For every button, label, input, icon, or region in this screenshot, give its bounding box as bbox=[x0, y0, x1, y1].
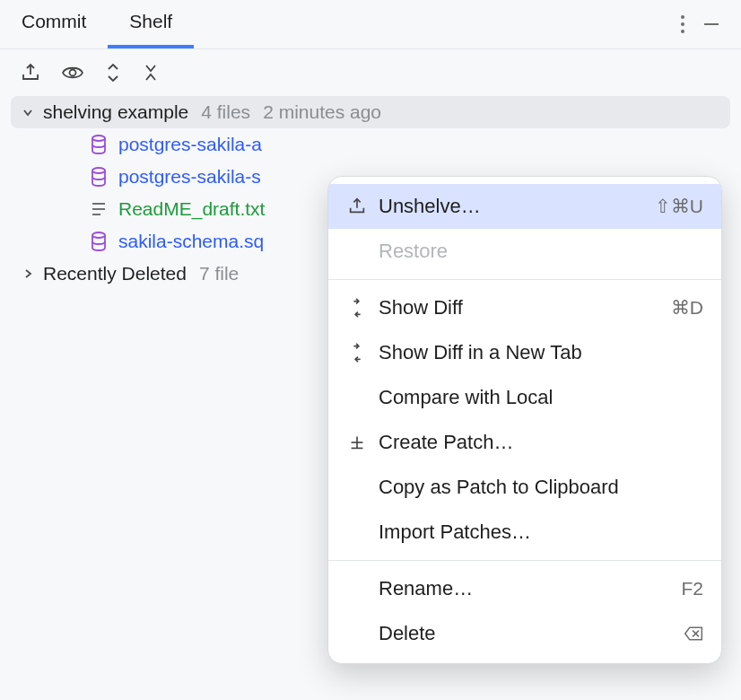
more-icon[interactable] bbox=[680, 13, 685, 35]
database-icon bbox=[90, 232, 108, 251]
database-icon bbox=[90, 167, 108, 187]
text-file-icon bbox=[90, 199, 108, 219]
expand-collapse-icon[interactable] bbox=[104, 62, 122, 83]
file-name: ReadME_draft.txt bbox=[118, 198, 265, 220]
menu-separator bbox=[328, 560, 721, 561]
delete-icon bbox=[684, 626, 703, 642]
menu-item-unshelve[interactable]: Unshelve… ⇧⌘U bbox=[328, 184, 721, 229]
shelf-group-name: shelving example bbox=[43, 101, 188, 123]
menu-separator bbox=[328, 279, 721, 280]
menu-item-show-diff-new-tab[interactable]: Show Diff in a New Tab bbox=[328, 330, 721, 375]
recently-deleted-count: 7 file bbox=[199, 263, 239, 284]
file-name: postgres-sakila-a bbox=[118, 134, 262, 155]
toolbar bbox=[0, 49, 741, 96]
recently-deleted-name: Recently Deleted bbox=[43, 263, 187, 284]
diff-icon bbox=[346, 343, 368, 363]
svg-point-6 bbox=[92, 168, 105, 173]
menu-label: Unshelve… bbox=[379, 195, 644, 218]
shelf-group-count: 4 files bbox=[201, 101, 250, 123]
svg-point-5 bbox=[92, 136, 105, 141]
menu-label: Show Diff in a New Tab bbox=[379, 341, 703, 364]
menu-item-restore: Restore bbox=[328, 229, 721, 274]
minimize-icon[interactable] bbox=[702, 14, 721, 34]
menu-item-copy-patch[interactable]: Copy as Patch to Clipboard bbox=[328, 465, 721, 510]
tab-commit-label: Commit bbox=[22, 11, 86, 31]
menu-label: Copy as Patch to Clipboard bbox=[379, 476, 703, 499]
chevron-down-icon[interactable] bbox=[20, 106, 36, 118]
svg-point-0 bbox=[681, 15, 684, 19]
database-icon bbox=[90, 135, 108, 154]
tab-shelf-label: Shelf bbox=[129, 11, 172, 31]
patch-icon bbox=[346, 433, 368, 452]
menu-label: Compare with Local bbox=[379, 386, 703, 409]
file-name: sakila-schema.sq bbox=[118, 231, 264, 252]
menu-shortcut: F2 bbox=[681, 578, 703, 599]
tab-shelf[interactable]: Shelf bbox=[108, 0, 194, 48]
svg-point-2 bbox=[681, 30, 684, 33]
shelf-group-row[interactable]: shelving example 4 files 2 minutes ago bbox=[11, 96, 730, 128]
menu-shortcut: ⇧⌘U bbox=[655, 196, 703, 217]
preview-icon[interactable] bbox=[61, 64, 84, 82]
panel-header: Commit Shelf bbox=[0, 0, 741, 49]
context-menu: Unshelve… ⇧⌘U Restore Show Diff ⌘D Show … bbox=[327, 176, 722, 664]
menu-label: Create Patch… bbox=[379, 431, 703, 454]
menu-label: Restore bbox=[379, 240, 703, 263]
unshelve-icon[interactable] bbox=[20, 62, 41, 83]
menu-label: Delete bbox=[379, 622, 673, 645]
diff-icon bbox=[346, 298, 368, 318]
menu-item-import-patches[interactable]: Import Patches… bbox=[328, 510, 721, 555]
collapse-icon[interactable] bbox=[142, 62, 160, 83]
menu-label: Rename… bbox=[379, 577, 670, 600]
menu-label: Import Patches… bbox=[379, 521, 703, 544]
menu-item-delete[interactable]: Delete bbox=[328, 611, 721, 656]
menu-item-compare-local[interactable]: Compare with Local bbox=[328, 375, 721, 420]
shelf-group-time: 2 minutes ago bbox=[263, 101, 381, 123]
tab-bar: Commit Shelf bbox=[0, 0, 194, 48]
menu-shortcut: ⌘D bbox=[671, 297, 703, 319]
menu-item-rename[interactable]: Rename… F2 bbox=[328, 566, 721, 611]
menu-item-show-diff[interactable]: Show Diff ⌘D bbox=[328, 285, 721, 330]
svg-point-4 bbox=[70, 70, 76, 76]
tab-commit[interactable]: Commit bbox=[0, 0, 108, 48]
file-row[interactable]: postgres-sakila-a bbox=[11, 128, 730, 161]
menu-item-create-patch[interactable]: Create Patch… bbox=[328, 420, 721, 465]
chevron-right-icon[interactable] bbox=[20, 267, 36, 280]
unshelve-icon bbox=[346, 197, 368, 216]
file-name: postgres-sakila-s bbox=[118, 166, 261, 188]
menu-label: Show Diff bbox=[379, 296, 660, 319]
svg-point-1 bbox=[681, 22, 684, 26]
header-actions bbox=[680, 13, 732, 35]
svg-point-10 bbox=[92, 232, 105, 238]
